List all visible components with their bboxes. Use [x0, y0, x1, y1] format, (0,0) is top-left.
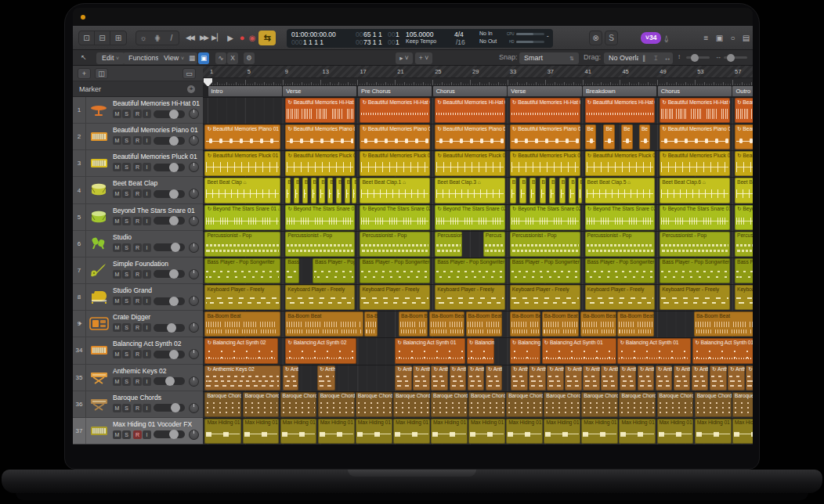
region[interactable]: ↻ Beautiful Memories Hi-Hat 0 [360, 98, 430, 123]
vertical-zoom-button[interactable]: ⌶ [650, 52, 661, 64]
region[interactable]: ↻ Balancing Act Synth 01 [617, 338, 691, 363]
input-monitor-button[interactable]: I [143, 243, 151, 252]
record-enable-button[interactable]: R [133, 136, 142, 145]
volume-slider[interactable] [154, 110, 185, 118]
volume-slider[interactable] [154, 217, 185, 225]
mute-button[interactable]: M [113, 136, 121, 145]
region[interactable]: ↻ Beyond The Stars Snare 01.1 [285, 205, 355, 230]
region[interactable]: Keyboard Player - Freely [435, 285, 505, 310]
mute-button[interactable]: M [113, 110, 121, 118]
region[interactable]: Bass Player - Pop Songwriter [585, 258, 656, 283]
region[interactable]: Ba-Boom Beat [285, 311, 363, 337]
track-header-config-button[interactable]: ▭ [183, 68, 196, 79]
region[interactable]: Be [639, 124, 650, 149]
pan-knob[interactable] [189, 322, 199, 333]
region[interactable]: Keyboard Player - Freely [285, 285, 355, 310]
input-monitor-button[interactable]: I [143, 136, 151, 145]
region[interactable]: ↻ Anthe [486, 365, 503, 391]
region[interactable]: Baroque Chords [506, 392, 543, 417]
region[interactable]: Percussionist - Pop [585, 232, 656, 257]
horizontal-zoom-button[interactable]: ↔ [662, 52, 673, 64]
region[interactable]: ↻ Beautiful Memories Hi-Hat 02.1 [435, 98, 505, 123]
region[interactable]: Baroque Chords [619, 392, 656, 417]
mute-button[interactable]: M [113, 297, 121, 305]
region[interactable]: B [345, 178, 350, 203]
waveform-zoom-button[interactable]: ∥ [638, 52, 649, 64]
region[interactable]: ↻ Beyond The Stars Snare 01.2 [660, 205, 730, 230]
region[interactable]: ↻ Beyond The Stars Snare 02.2 [510, 205, 580, 230]
region[interactable]: Be [585, 124, 596, 149]
track-header-35[interactable]: 35Anthemic Keys 02MSRI [73, 365, 203, 391]
cycle-button[interactable]: ⇆ [258, 31, 276, 45]
region[interactable]: Beet Beat Clap.6 ⌂ [660, 178, 730, 203]
region[interactable]: Max Hiding 01 V [393, 419, 430, 444]
automation-button[interactable]: ∿ [215, 52, 226, 64]
region[interactable]: Baroque Ch [732, 392, 753, 417]
layers-icon[interactable]: ⊟ [95, 31, 110, 45]
region[interactable]: Ba-Boo [364, 311, 378, 337]
region[interactable]: ↻ Beyond The Stars Snare 02.3 [585, 205, 656, 230]
region[interactable]: Beet Beat Clap ⌂ [204, 178, 280, 203]
region[interactable]: Beet Be [735, 178, 753, 203]
region[interactable]: ↻ Beyond The Stars Snare 02.1 [435, 205, 505, 230]
mute-button[interactable]: M [113, 189, 121, 198]
region[interactable]: ↻ Anthe [601, 365, 618, 391]
mixer-icon[interactable]: ⋕ [150, 31, 164, 45]
loop-browser-icon[interactable]: ○ [727, 31, 739, 45]
pan-knob[interactable] [189, 243, 199, 253]
region[interactable]: ↻ Beauti [735, 124, 753, 149]
mute-button[interactable]: M [113, 430, 121, 439]
mute-button[interactable]: M [113, 404, 121, 412]
region[interactable]: ↻ Balancing Act Synth 01 [542, 338, 616, 363]
input-monitor-button[interactable]: I [143, 377, 151, 386]
section-marker[interactable]: Verse [283, 86, 356, 96]
region[interactable]: ↻ Beautiful Memories Piano 01.1 [285, 124, 355, 149]
region[interactable]: Percussionist - Pop [285, 232, 355, 257]
volume-knob[interactable] [169, 430, 179, 439]
pan-knob[interactable] [189, 109, 199, 119]
volume-knob[interactable] [171, 243, 180, 252]
region[interactable]: ↻ Beautiful Memories Pluck 01.1 [285, 151, 355, 176]
region[interactable]: Ba-Boom Beat [466, 311, 502, 337]
region[interactable]: ↻ Anthe [395, 365, 412, 391]
solo-button[interactable]: S [122, 110, 131, 118]
region[interactable]: B [327, 178, 333, 203]
pointer-tool-button[interactable]: ▸ ˅ [396, 52, 413, 64]
pan-knob[interactable] [189, 135, 199, 146]
add-track-button[interactable]: + [78, 68, 91, 79]
autopunch-button[interactable]: ◉ [247, 31, 258, 45]
mute-button[interactable]: M [113, 377, 121, 386]
region[interactable]: ↻ Beautiful Memories Piano 02 [360, 124, 430, 149]
region[interactable]: Max Hiding 01 V [468, 419, 505, 444]
volume-knob[interactable] [169, 136, 179, 146]
region[interactable]: B [559, 178, 566, 203]
record-enable-button[interactable]: R [133, 217, 142, 225]
region[interactable]: ↻ Anthe [620, 365, 637, 391]
region[interactable]: ↻ Anthe [413, 365, 430, 391]
region[interactable]: ↻ Beyond The Stars Snare 02 ⌂⌂ [360, 205, 430, 230]
pan-knob[interactable] [189, 430, 199, 440]
menu-view[interactable]: View ˅ [158, 52, 190, 64]
forward-button[interactable]: ▶▶ [197, 31, 211, 45]
record-enable-button[interactable]: R [133, 189, 142, 198]
section-marker[interactable]: Intro [208, 86, 282, 96]
disclosure-triangle-icon[interactable]: ▸ [79, 320, 82, 326]
record-enable-button[interactable]: R [133, 243, 142, 252]
region[interactable]: Bass Player - Pop Songwriter [660, 258, 730, 283]
volume-knob[interactable] [169, 297, 179, 306]
region[interactable]: B [540, 178, 546, 203]
track-header-9[interactable]: 9▸Crate DiggerMSRI [73, 311, 203, 337]
region[interactable]: ↻ Beautiful Memories Hi-Hat 03.2 [660, 98, 730, 123]
region[interactable]: Bass Player - Pop So [313, 258, 355, 283]
track-header-8[interactable]: 8Studio GrandMSRI [73, 284, 203, 311]
solo-button[interactable]: S [122, 136, 131, 145]
mute-button[interactable]: M [113, 163, 121, 171]
region[interactable]: ↻ Beautiful Memories Pluck 02 [435, 151, 505, 176]
track-header-7[interactable]: 7Simple FoundationMSRI [73, 257, 203, 284]
region[interactable]: ↻ Beautiful Memories Pluck 01 [204, 151, 280, 176]
region[interactable]: ↻ Anthe [468, 365, 485, 391]
region[interactable]: Ba-Boom Beat [429, 311, 464, 337]
solo-button[interactable]: S [122, 404, 131, 412]
volume-slider[interactable] [154, 243, 185, 251]
region[interactable]: Keyboard Player - Freely [204, 285, 280, 310]
